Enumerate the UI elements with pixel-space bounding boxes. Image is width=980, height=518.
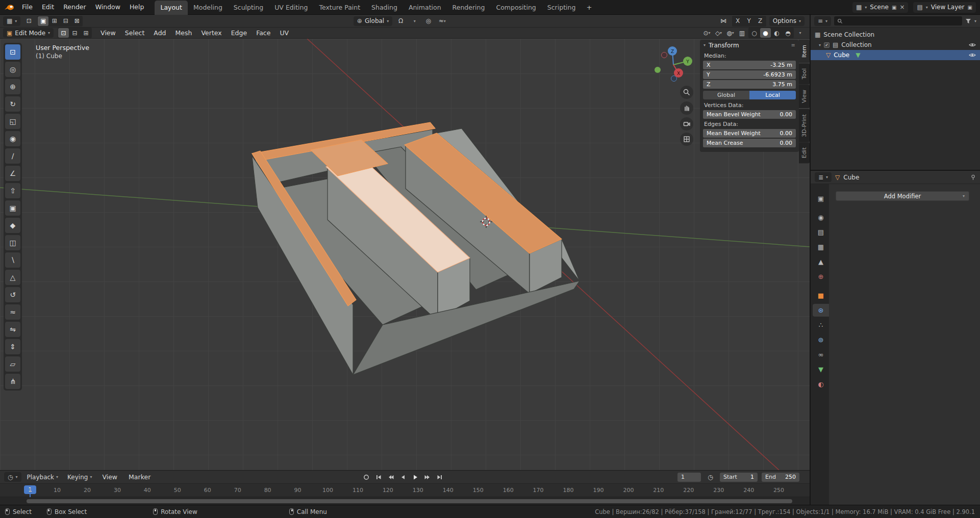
rendered-shading-button[interactable]: ◓	[783, 28, 793, 38]
vertex-select-button[interactable]: ⊡	[58, 28, 69, 38]
pan-hand-button[interactable]	[680, 101, 693, 115]
viewport-menu-face[interactable]: Face	[252, 26, 275, 40]
properties-tab-active-tool[interactable]: ▣	[813, 192, 829, 205]
keying-menu[interactable]: Keying▾	[64, 472, 95, 483]
workspace-tab-layout[interactable]: Layout	[155, 1, 188, 15]
properties-editor-selector[interactable]: ≣▾	[815, 172, 832, 182]
mirror-axis-x-toggle[interactable]: X	[733, 16, 743, 26]
xray-toggle[interactable]: ▥	[737, 28, 747, 38]
viewport-menu-edge[interactable]: Edge	[227, 26, 252, 40]
workspace-tab-texture-paint[interactable]: Texture Paint	[313, 1, 366, 15]
tool-cursor[interactable]: ◎	[5, 62, 20, 77]
tool-inset-faces[interactable]: ▣	[5, 200, 20, 216]
global-space-button[interactable]: Global	[703, 91, 749, 99]
properties-tab-view-layer[interactable]: ▦	[813, 241, 829, 253]
tool-scale[interactable]: ◱	[5, 114, 20, 129]
navigation-gizmo[interactable]: Z Y X	[655, 46, 692, 82]
transform-orientation-dropdown[interactable]: ⊕ Global ▾	[354, 16, 392, 26]
menu-help[interactable]: Help	[125, 0, 149, 14]
frame-end-field[interactable]: End250	[762, 473, 799, 482]
tab-edit[interactable]: Edit	[799, 142, 810, 163]
add-workspace-button[interactable]: +	[582, 2, 596, 13]
active-tool-icon[interactable]: ⊡	[23, 16, 34, 26]
workspace-tab-shading[interactable]: Shading	[366, 1, 403, 15]
snap-settings-dropdown[interactable]: ▾	[409, 16, 420, 26]
eye-icon[interactable]	[969, 42, 976, 47]
tool-select-box[interactable]: ⊡	[5, 44, 20, 60]
unlink-scene-icon[interactable]: ×	[899, 4, 904, 11]
viewport-3d-area[interactable]: Z Y X User Perspective (1) Cube ⊡◎⊕↻◱◉∕∠…	[0, 39, 810, 470]
outliner-row-collection[interactable]: ▾ ▤ Collection	[811, 40, 980, 50]
collection-checkbox[interactable]	[824, 42, 830, 48]
mode-selector[interactable]: ▣ Edit Mode ▾	[3, 28, 54, 38]
properties-tab-world[interactable]: ⊕	[813, 270, 829, 283]
tool-measure[interactable]: ∠	[5, 166, 20, 181]
timeline-editor-selector[interactable]: ◷▾	[4, 472, 21, 482]
editor-type-selector[interactable]: ▦▾	[3, 16, 20, 26]
toggle-ortho-button[interactable]	[680, 133, 693, 146]
timeline-marker-menu[interactable]: Marker	[124, 470, 155, 484]
autokey-button[interactable]	[361, 472, 372, 482]
tool-edge-slide[interactable]: ⇋	[5, 322, 20, 337]
wireframe-shading-button[interactable]: ○	[749, 28, 760, 38]
edge-bevel-weight-field[interactable]: Mean Bevel Weight0.00	[703, 129, 796, 138]
face-select-button[interactable]: ⊞	[81, 28, 91, 38]
tool-shear[interactable]: ▱	[5, 356, 20, 372]
shading-settings-dropdown[interactable]: ▾	[795, 28, 806, 38]
timeline-view-menu[interactable]: View	[97, 470, 122, 484]
select-extend-button[interactable]: ⊞	[49, 16, 60, 26]
properties-tab-output[interactable]: ▤	[813, 226, 829, 239]
eye-icon[interactable]	[969, 53, 976, 58]
tool-extrude-region[interactable]: ⇧	[5, 183, 20, 198]
mirror-icon[interactable]: ⋈	[718, 16, 729, 26]
tool-bevel[interactable]: ◆	[5, 218, 20, 233]
snap-magnet-toggle[interactable]: Ω	[395, 16, 406, 26]
workspace-tab-uv-editing[interactable]: UV Editing	[269, 1, 313, 15]
proportional-falloff-dropdown[interactable]: ≈▾	[437, 16, 447, 26]
jump-start-button[interactable]	[373, 472, 384, 482]
tool-transform[interactable]: ◉	[5, 131, 20, 146]
properties-tab-scene[interactable]: ▲	[813, 255, 829, 268]
select-set-button[interactable]: ▣	[38, 16, 48, 26]
new-view-layer-icon[interactable]: ▣	[968, 5, 972, 10]
proportional-editing-toggle[interactable]: ◎	[423, 16, 434, 26]
current-frame-field[interactable]: 1	[677, 473, 701, 482]
outliner-row-scene-collection[interactable]: ▦ Scene Collection	[811, 30, 980, 40]
chevron-down-icon[interactable]: ▾	[974, 19, 976, 23]
timeline-ruler[interactable]: 1 11020304050607080901001101201301401501…	[0, 484, 810, 497]
material-shading-button[interactable]: ◐	[771, 28, 782, 38]
prev-key-button[interactable]	[385, 472, 396, 482]
tool-rotate[interactable]: ↻	[5, 96, 20, 112]
tab-tool[interactable]: Tool	[799, 63, 810, 84]
median-x-field[interactable]: X-3.25 m	[703, 61, 796, 69]
menu-edit[interactable]: Edit	[37, 0, 59, 14]
play-button[interactable]	[410, 472, 421, 482]
properties-tab-modifiers[interactable]: ⊛	[813, 304, 829, 317]
use-preview-range-icon[interactable]: ◷	[705, 472, 716, 482]
outliner-editor-selector[interactable]: ≡▾	[814, 16, 831, 26]
viewport-menu-select[interactable]: Select	[120, 26, 149, 40]
edge-mean-crease-field[interactable]: Mean Crease0.00	[703, 139, 796, 147]
workspace-tab-compositing[interactable]: Compositing	[490, 1, 541, 15]
edge-select-button[interactable]: ⊟	[69, 28, 80, 38]
gizmo-neg-y[interactable]	[655, 67, 661, 73]
menu-window[interactable]: Window	[91, 0, 125, 14]
gizmo-neg-x[interactable]	[662, 53, 667, 58]
timeline-scrollbar[interactable]	[27, 499, 792, 503]
tool-move[interactable]: ⊕	[5, 79, 20, 94]
scene-selector[interactable]: ▦ ▾ Scene ▣ ×	[852, 2, 908, 13]
frame-start-field[interactable]: Start1	[720, 473, 758, 482]
mirror-axis-y-toggle[interactable]: Y	[744, 16, 755, 26]
tool-annotate[interactable]: ∕	[5, 148, 20, 164]
zoom-button[interactable]	[680, 86, 693, 99]
properties-tab-particles[interactable]: ∴	[813, 319, 829, 331]
select-subtract-button[interactable]: ⊟	[60, 16, 71, 26]
filter-icon[interactable]	[965, 18, 971, 24]
viewport-menu-add[interactable]: Add	[149, 26, 170, 40]
tab-view[interactable]: View	[799, 85, 810, 108]
outliner-search-input[interactable]	[834, 16, 962, 25]
view-layer-selector[interactable]: ▤ ▾ View Layer ▣	[913, 2, 976, 13]
overlays-dropdown[interactable]: ◍▾	[725, 28, 736, 38]
blender-logo-icon[interactable]	[4, 4, 14, 11]
play-rev-button[interactable]	[397, 472, 409, 482]
